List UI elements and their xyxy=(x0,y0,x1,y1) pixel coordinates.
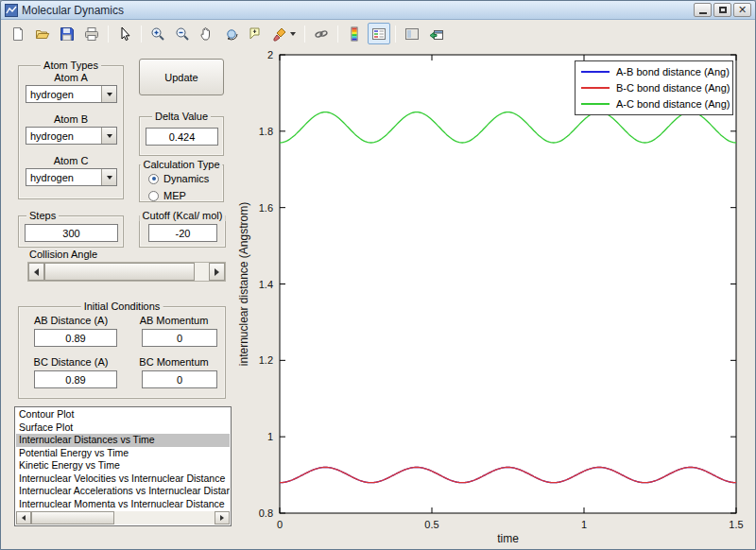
atom-c-select[interactable]: hydrogen xyxy=(26,168,117,186)
radio-mep[interactable]: MEP xyxy=(140,189,223,202)
save-figure-button[interactable] xyxy=(56,23,78,44)
insert-colorbar-button[interactable] xyxy=(343,23,366,44)
link-plot-button[interactable] xyxy=(310,23,333,44)
calculation-type-group: Calculation Type DynamicsMEP xyxy=(139,164,224,202)
legend-label: A-B bond distance (Ang) xyxy=(616,66,730,77)
legend-entry: A-B bond distance (Ang) xyxy=(576,66,732,77)
legend-label: A-C bond distance (Ang) xyxy=(616,98,730,110)
calculation-type-title: Calculation Type xyxy=(140,159,222,170)
hscroll-thumb[interactable] xyxy=(31,511,114,524)
cutoff-group: Cutoff (Kcal/ mol) -20 xyxy=(139,215,226,248)
dropdown-arrow-icon[interactable] xyxy=(101,86,116,102)
cutoff-title: Cutoff (Kcal/ mol) xyxy=(140,210,226,221)
figure-toolbar xyxy=(1,21,755,46)
radio-icon xyxy=(148,174,159,184)
new-file-button[interactable] xyxy=(7,23,29,44)
right-arrow-icon xyxy=(220,515,224,521)
list-item[interactable]: Contour Plot xyxy=(16,408,230,421)
dock-figure-icon xyxy=(429,26,444,42)
close-icon: ✕ xyxy=(738,5,747,15)
toolbar-separator xyxy=(304,26,305,43)
legend-entry: A-C bond distance (Ang) xyxy=(576,98,732,110)
open-file-button[interactable] xyxy=(31,23,54,44)
list-item[interactable]: Internuclear Velocities vs Internuclear … xyxy=(16,473,230,486)
plot-legend[interactable]: A-B bond distance (Ang)B-C bond distance… xyxy=(575,60,733,115)
x-axis-label: time xyxy=(497,532,519,545)
dropdown-arrow-icon[interactable] xyxy=(101,128,116,144)
cutoff-input[interactable]: -20 xyxy=(148,224,217,242)
zoom-in-button[interactable] xyxy=(146,23,169,44)
toolbar-separator xyxy=(337,26,338,43)
list-item[interactable]: Internuclear Distances vs Time xyxy=(16,434,230,447)
slider-thumb[interactable] xyxy=(44,263,195,281)
plot-type-listbox[interactable]: Contour PlotSurface PlotInternuclear Dis… xyxy=(14,406,232,526)
ab-distance-input[interactable]: 0.89 xyxy=(34,329,117,347)
calculation-type-options: DynamicsMEP xyxy=(140,165,223,202)
list-item[interactable]: Surface Plot xyxy=(16,421,230,435)
toolbar-separator xyxy=(108,26,109,43)
zoom-out-icon xyxy=(175,26,190,42)
y-tick-label: 2 xyxy=(267,49,273,60)
title-bar[interactable]: Molecular Dynamics ✕ xyxy=(1,1,755,20)
list-item[interactable]: Internuclear Momenta vs Internuclear Dis… xyxy=(16,498,230,511)
collision-angle-slider[interactable] xyxy=(27,262,226,282)
hscroll-right-arrow[interactable] xyxy=(215,511,230,524)
initial-conditions-group: Initial Conditions AB Distance (A) AB Mo… xyxy=(18,306,226,399)
steps-input[interactable]: 300 xyxy=(25,224,118,242)
list-item[interactable]: Kinetic Energy vs Time xyxy=(16,459,230,473)
data-cursor-icon xyxy=(249,26,264,42)
minimize-button[interactable] xyxy=(694,3,712,17)
atom-c-value: hydrogen xyxy=(26,172,101,183)
brush-data-button[interactable] xyxy=(269,23,300,44)
zoom-in-icon xyxy=(150,26,165,42)
slider-right-arrow[interactable] xyxy=(209,263,225,281)
hscroll-left-arrow[interactable] xyxy=(16,511,31,524)
delta-value-input[interactable]: 0.424 xyxy=(146,128,218,146)
ab-momentum-label: AB Momentum xyxy=(123,315,225,326)
pan-button[interactable] xyxy=(196,23,218,44)
maximize-button[interactable] xyxy=(713,3,731,17)
radio-dynamics[interactable]: Dynamics xyxy=(140,172,223,185)
close-button[interactable]: ✕ xyxy=(733,3,751,17)
edit-plot-cursor-icon xyxy=(117,26,132,42)
collision-angle-label: Collision Angle xyxy=(29,249,97,260)
app-window: Molecular Dynamics ✕ Atom Types Atom xyxy=(0,0,756,550)
y-axis-label: internuclear distance (Angstrom) xyxy=(237,202,250,366)
legend-line-sample xyxy=(581,103,610,105)
list-item[interactable]: Potential Energy vs Time xyxy=(16,447,230,460)
rotate-3d-button[interactable] xyxy=(220,23,243,44)
plot-axes[interactable]: 00.511.50.811.21.41.61.82timeinternuclea… xyxy=(232,43,756,549)
toolbar-separator xyxy=(141,26,142,43)
data-cursor-button[interactable] xyxy=(245,23,267,44)
print-figure-button[interactable] xyxy=(80,23,103,44)
x-tick-label: 1 xyxy=(581,519,587,530)
atom-types-title: Atom Types xyxy=(41,60,101,71)
listbox-hscrollbar[interactable] xyxy=(16,511,230,524)
bc-distance-input[interactable]: 0.89 xyxy=(34,370,117,388)
list-item[interactable]: Internuclear Accelerations vs Internucle… xyxy=(16,485,230,498)
zoom-out-button[interactable] xyxy=(171,23,194,44)
hide-plot-tools-button[interactable] xyxy=(401,23,423,44)
rotate-3d-icon xyxy=(224,26,239,42)
radio-icon xyxy=(148,191,159,201)
atom-b-label: Atom B xyxy=(19,113,123,125)
atom-a-select[interactable]: hydrogen xyxy=(26,85,117,103)
slider-left-arrow[interactable] xyxy=(28,263,44,281)
ab-momentum-input[interactable]: 0 xyxy=(142,329,217,347)
atom-b-select[interactable]: hydrogen xyxy=(26,127,117,145)
plot-type-list-items: Contour PlotSurface PlotInternuclear Dis… xyxy=(16,408,230,512)
legend-entry: B-C bond distance (Ang) xyxy=(576,82,732,94)
dock-figure-button[interactable] xyxy=(425,23,448,44)
app-icon xyxy=(5,4,18,17)
dropdown-arrow-icon[interactable] xyxy=(101,169,116,185)
pan-hand-icon xyxy=(199,26,215,42)
update-button[interactable]: Update xyxy=(139,59,224,95)
delta-value-title: Delta Value xyxy=(152,111,211,122)
edit-plot-button[interactable] xyxy=(113,23,136,44)
left-arrow-icon xyxy=(34,268,39,276)
steps-group: Steps 300 xyxy=(18,215,124,248)
insert-legend-button[interactable] xyxy=(368,23,390,44)
atom-b-value: hydrogen xyxy=(26,130,101,142)
bc-momentum-input[interactable]: 0 xyxy=(142,370,217,388)
insert-colorbar-icon xyxy=(347,26,362,42)
